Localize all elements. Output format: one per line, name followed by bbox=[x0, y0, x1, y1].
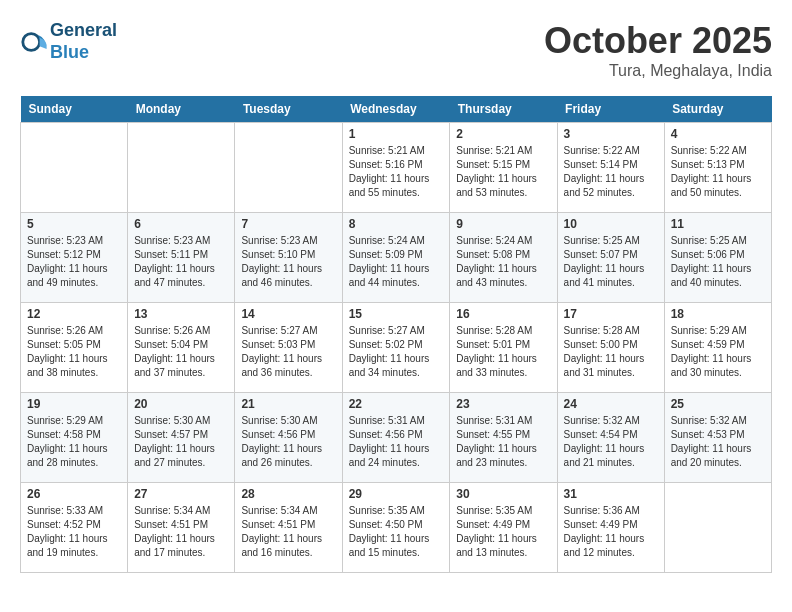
calendar-cell: 16Sunrise: 5:28 AMSunset: 5:01 PMDayligh… bbox=[450, 303, 557, 393]
calendar-cell: 7Sunrise: 5:23 AMSunset: 5:10 PMDaylight… bbox=[235, 213, 342, 303]
day-number: 30 bbox=[456, 487, 550, 501]
weekday-header: Friday bbox=[557, 96, 664, 123]
calendar-cell: 24Sunrise: 5:32 AMSunset: 4:54 PMDayligh… bbox=[557, 393, 664, 483]
calendar-cell: 8Sunrise: 5:24 AMSunset: 5:09 PMDaylight… bbox=[342, 213, 450, 303]
day-number: 9 bbox=[456, 217, 550, 231]
calendar-cell: 20Sunrise: 5:30 AMSunset: 4:57 PMDayligh… bbox=[128, 393, 235, 483]
calendar-week-row: 19Sunrise: 5:29 AMSunset: 4:58 PMDayligh… bbox=[21, 393, 772, 483]
calendar-cell: 27Sunrise: 5:34 AMSunset: 4:51 PMDayligh… bbox=[128, 483, 235, 573]
weekday-header: Saturday bbox=[664, 96, 771, 123]
day-number: 19 bbox=[27, 397, 121, 411]
weekday-header: Sunday bbox=[21, 96, 128, 123]
weekday-header-row: SundayMondayTuesdayWednesdayThursdayFrid… bbox=[21, 96, 772, 123]
calendar-week-row: 12Sunrise: 5:26 AMSunset: 5:05 PMDayligh… bbox=[21, 303, 772, 393]
calendar-cell: 23Sunrise: 5:31 AMSunset: 4:55 PMDayligh… bbox=[450, 393, 557, 483]
day-info: Sunrise: 5:31 AMSunset: 4:55 PMDaylight:… bbox=[456, 414, 550, 470]
calendar-cell bbox=[21, 123, 128, 213]
day-number: 28 bbox=[241, 487, 335, 501]
calendar-cell: 30Sunrise: 5:35 AMSunset: 4:49 PMDayligh… bbox=[450, 483, 557, 573]
day-info: Sunrise: 5:28 AMSunset: 5:00 PMDaylight:… bbox=[564, 324, 658, 380]
day-info: Sunrise: 5:26 AMSunset: 5:05 PMDaylight:… bbox=[27, 324, 121, 380]
calendar-cell: 15Sunrise: 5:27 AMSunset: 5:02 PMDayligh… bbox=[342, 303, 450, 393]
calendar-cell bbox=[235, 123, 342, 213]
day-info: Sunrise: 5:23 AMSunset: 5:11 PMDaylight:… bbox=[134, 234, 228, 290]
calendar-cell: 22Sunrise: 5:31 AMSunset: 4:56 PMDayligh… bbox=[342, 393, 450, 483]
day-info: Sunrise: 5:34 AMSunset: 4:51 PMDaylight:… bbox=[134, 504, 228, 560]
day-number: 29 bbox=[349, 487, 444, 501]
day-info: Sunrise: 5:24 AMSunset: 5:09 PMDaylight:… bbox=[349, 234, 444, 290]
day-info: Sunrise: 5:30 AMSunset: 4:57 PMDaylight:… bbox=[134, 414, 228, 470]
day-number: 26 bbox=[27, 487, 121, 501]
day-info: Sunrise: 5:29 AMSunset: 4:59 PMDaylight:… bbox=[671, 324, 765, 380]
day-info: Sunrise: 5:34 AMSunset: 4:51 PMDaylight:… bbox=[241, 504, 335, 560]
calendar-week-row: 5Sunrise: 5:23 AMSunset: 5:12 PMDaylight… bbox=[21, 213, 772, 303]
day-info: Sunrise: 5:28 AMSunset: 5:01 PMDaylight:… bbox=[456, 324, 550, 380]
calendar-week-row: 26Sunrise: 5:33 AMSunset: 4:52 PMDayligh… bbox=[21, 483, 772, 573]
day-info: Sunrise: 5:29 AMSunset: 4:58 PMDaylight:… bbox=[27, 414, 121, 470]
day-number: 13 bbox=[134, 307, 228, 321]
day-number: 16 bbox=[456, 307, 550, 321]
day-number: 2 bbox=[456, 127, 550, 141]
day-number: 11 bbox=[671, 217, 765, 231]
svg-point-0 bbox=[23, 33, 40, 50]
day-info: Sunrise: 5:23 AMSunset: 5:12 PMDaylight:… bbox=[27, 234, 121, 290]
day-info: Sunrise: 5:25 AMSunset: 5:06 PMDaylight:… bbox=[671, 234, 765, 290]
day-info: Sunrise: 5:36 AMSunset: 4:49 PMDaylight:… bbox=[564, 504, 658, 560]
day-info: Sunrise: 5:30 AMSunset: 4:56 PMDaylight:… bbox=[241, 414, 335, 470]
day-info: Sunrise: 5:32 AMSunset: 4:53 PMDaylight:… bbox=[671, 414, 765, 470]
logo: General Blue bbox=[20, 20, 117, 63]
day-number: 23 bbox=[456, 397, 550, 411]
calendar-cell: 14Sunrise: 5:27 AMSunset: 5:03 PMDayligh… bbox=[235, 303, 342, 393]
calendar-cell bbox=[664, 483, 771, 573]
day-number: 5 bbox=[27, 217, 121, 231]
day-info: Sunrise: 5:22 AMSunset: 5:13 PMDaylight:… bbox=[671, 144, 765, 200]
day-number: 21 bbox=[241, 397, 335, 411]
day-info: Sunrise: 5:27 AMSunset: 5:02 PMDaylight:… bbox=[349, 324, 444, 380]
calendar-cell: 10Sunrise: 5:25 AMSunset: 5:07 PMDayligh… bbox=[557, 213, 664, 303]
day-number: 18 bbox=[671, 307, 765, 321]
day-number: 6 bbox=[134, 217, 228, 231]
day-number: 8 bbox=[349, 217, 444, 231]
day-info: Sunrise: 5:21 AMSunset: 5:15 PMDaylight:… bbox=[456, 144, 550, 200]
day-number: 22 bbox=[349, 397, 444, 411]
location: Tura, Meghalaya, India bbox=[544, 62, 772, 80]
month-title: October 2025 bbox=[544, 20, 772, 62]
day-number: 25 bbox=[671, 397, 765, 411]
calendar-cell: 31Sunrise: 5:36 AMSunset: 4:49 PMDayligh… bbox=[557, 483, 664, 573]
calendar-cell: 19Sunrise: 5:29 AMSunset: 4:58 PMDayligh… bbox=[21, 393, 128, 483]
calendar-cell: 29Sunrise: 5:35 AMSunset: 4:50 PMDayligh… bbox=[342, 483, 450, 573]
calendar-cell: 21Sunrise: 5:30 AMSunset: 4:56 PMDayligh… bbox=[235, 393, 342, 483]
calendar: SundayMondayTuesdayWednesdayThursdayFrid… bbox=[20, 96, 772, 573]
page-header: General Blue October 2025 Tura, Meghalay… bbox=[20, 20, 772, 80]
day-info: Sunrise: 5:21 AMSunset: 5:16 PMDaylight:… bbox=[349, 144, 444, 200]
calendar-cell: 17Sunrise: 5:28 AMSunset: 5:00 PMDayligh… bbox=[557, 303, 664, 393]
day-number: 12 bbox=[27, 307, 121, 321]
calendar-cell: 3Sunrise: 5:22 AMSunset: 5:14 PMDaylight… bbox=[557, 123, 664, 213]
day-number: 1 bbox=[349, 127, 444, 141]
day-number: 24 bbox=[564, 397, 658, 411]
day-info: Sunrise: 5:33 AMSunset: 4:52 PMDaylight:… bbox=[27, 504, 121, 560]
day-info: Sunrise: 5:32 AMSunset: 4:54 PMDaylight:… bbox=[564, 414, 658, 470]
day-info: Sunrise: 5:27 AMSunset: 5:03 PMDaylight:… bbox=[241, 324, 335, 380]
day-number: 10 bbox=[564, 217, 658, 231]
calendar-cell: 11Sunrise: 5:25 AMSunset: 5:06 PMDayligh… bbox=[664, 213, 771, 303]
calendar-cell: 9Sunrise: 5:24 AMSunset: 5:08 PMDaylight… bbox=[450, 213, 557, 303]
day-number: 3 bbox=[564, 127, 658, 141]
day-number: 7 bbox=[241, 217, 335, 231]
calendar-cell: 26Sunrise: 5:33 AMSunset: 4:52 PMDayligh… bbox=[21, 483, 128, 573]
calendar-week-row: 1Sunrise: 5:21 AMSunset: 5:16 PMDaylight… bbox=[21, 123, 772, 213]
weekday-header: Tuesday bbox=[235, 96, 342, 123]
calendar-cell: 2Sunrise: 5:21 AMSunset: 5:15 PMDaylight… bbox=[450, 123, 557, 213]
weekday-header: Monday bbox=[128, 96, 235, 123]
logo-text: General Blue bbox=[50, 20, 117, 63]
day-number: 15 bbox=[349, 307, 444, 321]
calendar-cell: 28Sunrise: 5:34 AMSunset: 4:51 PMDayligh… bbox=[235, 483, 342, 573]
day-info: Sunrise: 5:22 AMSunset: 5:14 PMDaylight:… bbox=[564, 144, 658, 200]
calendar-cell bbox=[128, 123, 235, 213]
day-info: Sunrise: 5:25 AMSunset: 5:07 PMDaylight:… bbox=[564, 234, 658, 290]
calendar-cell: 12Sunrise: 5:26 AMSunset: 5:05 PMDayligh… bbox=[21, 303, 128, 393]
calendar-cell: 1Sunrise: 5:21 AMSunset: 5:16 PMDaylight… bbox=[342, 123, 450, 213]
day-number: 14 bbox=[241, 307, 335, 321]
day-number: 31 bbox=[564, 487, 658, 501]
day-number: 17 bbox=[564, 307, 658, 321]
